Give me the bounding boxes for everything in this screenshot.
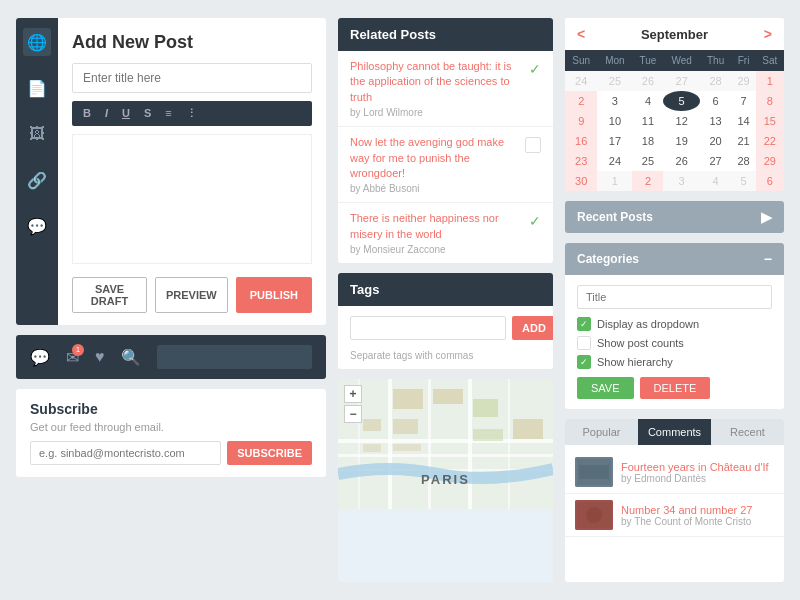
cal-day[interactable]: 8 [756,91,784,111]
cal-day[interactable]: 19 [663,131,699,151]
tab-comments[interactable]: Comments [638,419,711,445]
cat-checkbox-hierarchy[interactable]: ✓ [577,355,591,369]
related-post-title-2[interactable]: Now let the avenging god make way for me… [350,135,519,181]
cal-day[interactable]: 14 [731,111,755,131]
tab-popular[interactable]: Popular [565,419,638,445]
underline-btn[interactable]: U [119,106,133,121]
cat-checkbox-dropdown[interactable]: ✓ [577,317,591,331]
cal-day[interactable]: 4 [632,91,663,111]
chat-icon[interactable]: 💬 [30,348,50,367]
cal-day[interactable]: 20 [700,131,732,151]
subscribe-button[interactable]: SUBSCRIBE [227,441,312,465]
comment-icon[interactable]: 💬 [23,212,51,240]
email-icon[interactable]: ✉ 1 [66,348,79,367]
list-btn[interactable]: ≡ [162,106,174,121]
categories-accordion-header[interactable]: Categories − [565,243,784,275]
related-post-author-3: by Monsieur Zaccone [350,244,523,255]
tab-recent[interactable]: Recent [711,419,784,445]
publish-button[interactable]: PUBLISH [236,277,312,313]
delete-category-button[interactable]: DELETE [640,377,711,399]
recent-posts-accordion-header[interactable]: Recent Posts ▶ [565,201,784,233]
save-draft-button[interactable]: SAVE DRAFT [72,277,147,313]
svg-rect-16 [363,444,381,452]
tags-panel: Tags ADD Separate tags with commas [338,273,553,369]
italic-btn[interactable]: I [102,106,111,121]
social-bar: 💬 ✉ 1 ♥ 🔍 [16,335,326,379]
cal-day[interactable]: 29 [731,71,755,91]
map-zoom-in[interactable]: + [344,385,362,403]
cal-day[interactable]: 29 [756,151,784,171]
cal-day[interactable]: 6 [700,91,732,111]
cal-day[interactable]: 25 [597,71,632,91]
cal-day[interactable]: 12 [663,111,699,131]
cal-day[interactable]: 25 [632,151,663,171]
cal-day[interactable]: 3 [663,171,699,191]
cal-day[interactable]: 9 [565,111,597,131]
calendar-header: < September > [565,18,784,50]
heart-icon[interactable]: ♥ [95,348,105,366]
preview-button[interactable]: PREVIEW [155,277,228,313]
image-icon[interactable]: 🖼 [23,120,51,148]
cal-day[interactable]: 5 [731,171,755,191]
cal-day[interactable]: 24 [565,71,597,91]
cal-day[interactable]: 21 [731,131,755,151]
cal-day[interactable]: 6 [756,171,784,191]
recent-post-title-2[interactable]: Number 34 and number 27 [621,504,752,516]
cal-day[interactable]: 4 [700,171,732,191]
cal-day[interactable]: 1 [756,71,784,91]
cal-day[interactable]: 23 [565,151,597,171]
cal-day[interactable]: 3 [597,91,632,111]
post-title-input[interactable] [72,63,312,93]
related-post-title-1[interactable]: Philosophy cannot be taught: it is the a… [350,59,523,105]
cat-option-dropdown: ✓ Display as dropdown [577,317,772,331]
file-icon[interactable]: 📄 [23,74,51,102]
cal-day[interactable]: 2 [565,91,597,111]
svg-rect-6 [468,379,472,509]
related-post-title-3[interactable]: There is neither happiness nor misery in… [350,211,523,242]
cal-day[interactable]: 17 [597,131,632,151]
link-icon[interactable]: 🔗 [23,166,51,194]
cal-day[interactable]: 1 [597,171,632,191]
cal-day[interactable]: 7 [731,91,755,111]
cal-day[interactable]: 26 [632,71,663,91]
save-category-button[interactable]: SAVE [577,377,634,399]
cal-day[interactable]: 13 [700,111,732,131]
subscribe-email-input[interactable] [30,441,221,465]
cal-day[interactable]: 27 [663,71,699,91]
subscribe-title: Subscribe [30,401,312,417]
calendar-next-btn[interactable]: > [764,26,772,42]
cal-day[interactable]: 18 [632,131,663,151]
post-content-textarea[interactable] [72,134,312,264]
add-tag-button[interactable]: ADD [512,316,553,340]
cal-day[interactable]: 26 [663,151,699,171]
bold-btn[interactable]: B [80,106,94,121]
email-badge: 1 [72,344,84,356]
cal-day[interactable]: 24 [597,151,632,171]
calendar-prev-btn[interactable]: < [577,26,585,42]
editor-sidebar: 🌐 📄 🖼 🔗 💬 [16,18,58,325]
recent-post-title-1[interactable]: Fourteen years in Château d'If [621,461,769,473]
cal-day[interactable]: 22 [756,131,784,151]
search-icon[interactable]: 🔍 [121,348,141,367]
indent-btn[interactable]: ⋮ [183,106,200,121]
tags-input[interactable] [350,316,506,340]
category-actions: SAVE DELETE [577,377,772,399]
globe-icon[interactable]: 🌐 [23,28,51,56]
cal-day[interactable]: 27 [700,151,732,171]
cal-day[interactable]: 28 [731,151,755,171]
cal-day[interactable]: 30 [565,171,597,191]
category-title-input[interactable] [577,285,772,309]
cal-day[interactable]: 11 [632,111,663,131]
map-zoom-out[interactable]: − [344,405,362,423]
cal-day-today[interactable]: 5 [663,91,699,111]
cal-day[interactable]: 10 [597,111,632,131]
cat-checkbox-counts[interactable] [577,336,591,350]
cal-day[interactable]: 2 [632,171,663,191]
cal-day[interactable]: 16 [565,131,597,151]
cal-weekday-wed: Wed [663,50,699,71]
social-search-input[interactable] [157,345,313,369]
strike-btn[interactable]: S [141,106,154,121]
cal-day[interactable]: 28 [700,71,732,91]
cal-day[interactable]: 15 [756,111,784,131]
post-check-empty-2[interactable] [525,137,541,153]
